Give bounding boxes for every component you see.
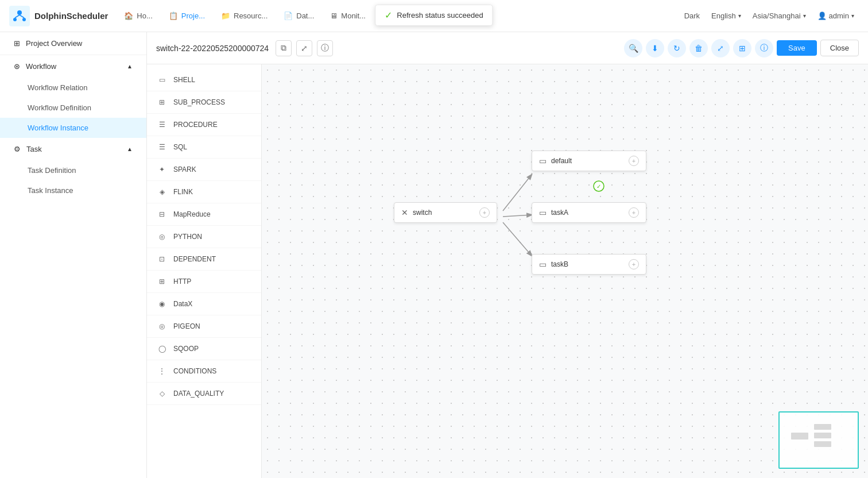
- taskb-node-label: taskB: [551, 260, 624, 268]
- procedure-icon: ☰: [156, 119, 168, 130]
- switch-node-icon: ✕: [401, 208, 408, 217]
- download-icon: ⬇: [652, 44, 658, 53]
- search-button[interactable]: 🔍: [624, 39, 642, 57]
- workflow-chevron-icon: ▲: [127, 63, 133, 70]
- svg-point-2: [13, 18, 17, 21]
- monitor-icon: 🖥: [330, 11, 338, 20]
- sidebar-item-project-overview[interactable]: ⊞ Project Overview: [0, 32, 146, 55]
- user-menu[interactable]: 👤 admin ▾: [813, 9, 859, 22]
- task-item-pigeon[interactable]: ◎ PIGEON: [147, 315, 261, 338]
- sidebar-item-workflow[interactable]: ⊛ Workflow ▲: [0, 55, 146, 78]
- node-default[interactable]: ▭ default +: [532, 151, 646, 171]
- content-area: switch-22-20220525200000724 ⧉ ⤢ ⓘ 🔍 ⬇ ↻ …: [147, 32, 868, 478]
- sidebar-item-workflow-definition[interactable]: Workflow Definition: [0, 98, 146, 118]
- task-item-procedure[interactable]: ☰ PROCEDURE: [147, 114, 261, 136]
- taska-node-icon: ▭: [539, 208, 547, 217]
- top-navigation: DolphinScheduler 🏠 Ho... 📋 Proje... 📁 Re…: [0, 0, 868, 32]
- node-switch[interactable]: ✕ switch +: [394, 202, 497, 223]
- status-toast: ✓ Refresh status succeeded: [375, 5, 493, 26]
- app-logo[interactable]: DolphinScheduler: [9, 6, 108, 26]
- home-icon: 🏠: [124, 11, 133, 20]
- taskb-add-button[interactable]: +: [629, 259, 639, 269]
- user-chevron-icon: ▾: [851, 13, 854, 19]
- resource-icon: 📁: [221, 11, 230, 20]
- python-icon: ◎: [156, 231, 168, 242]
- timezone-chevron-icon: ▾: [803, 13, 806, 19]
- taskb-node-icon: ▭: [539, 260, 547, 269]
- nav-resource[interactable]: 📁 Resourc...: [214, 8, 274, 24]
- mapreduce-icon: ⊟: [156, 209, 168, 220]
- data-quality-icon: ◇: [156, 388, 168, 399]
- overview-icon: ⊞: [14, 39, 20, 48]
- help-button[interactable]: ⓘ: [317, 40, 333, 56]
- task-item-http[interactable]: ⊞ HTTP: [147, 271, 261, 293]
- fullscreen-icon: ⤢: [717, 44, 724, 53]
- svg-point-8: [594, 181, 604, 191]
- dependent-icon: ⊡: [156, 253, 168, 265]
- task-item-data-quality[interactable]: ◇ DATA_QUALITY: [147, 383, 261, 405]
- task-item-conditions[interactable]: ⋮ CONDITIONS: [147, 360, 261, 383]
- task-item-dependent[interactable]: ⊡ DEPENDENT: [147, 248, 261, 271]
- workflow-toolbar: 🔍 ⬇ ↻ 🗑 ⤢ ⊞ ⓘ: [624, 39, 859, 57]
- task-item-sub-process[interactable]: ⊞ SUB_PROCESS: [147, 91, 261, 114]
- refresh-icon: ↻: [673, 44, 680, 53]
- default-add-button[interactable]: +: [629, 156, 639, 166]
- flink-icon: ◈: [156, 186, 168, 198]
- workflow-title: switch-22-20220525200000724: [156, 44, 269, 53]
- sidebar: ⊞ Project Overview ⊛ Workflow ▲ Workflow…: [0, 32, 147, 478]
- svg-rect-0: [9, 6, 30, 26]
- nav-project[interactable]: 📋 Proje...: [162, 8, 212, 24]
- task-item-sql[interactable]: ☰ SQL: [147, 136, 261, 159]
- task-item-sqoop[interactable]: ◯ SQOOP: [147, 338, 261, 360]
- delete-icon: 🗑: [695, 44, 703, 53]
- delete-button[interactable]: 🗑: [689, 39, 708, 57]
- switch-node-label: switch: [413, 209, 475, 217]
- sidebar-item-task-instance[interactable]: Task Instance: [0, 180, 146, 201]
- sidebar-item-task[interactable]: ⚙ Task ▲: [0, 138, 146, 160]
- close-button[interactable]: Close: [820, 40, 859, 56]
- download-button[interactable]: ⬇: [646, 39, 664, 57]
- refresh-button[interactable]: ↻: [668, 39, 686, 57]
- workflow-icon: ⊛: [14, 62, 20, 71]
- sql-icon: ☰: [156, 141, 168, 153]
- project-icon: 📋: [169, 11, 178, 20]
- shell-icon: ▭: [156, 74, 168, 86]
- theme-toggle[interactable]: Dark: [680, 9, 704, 22]
- task-item-spark[interactable]: ✦ SPARK: [147, 159, 261, 181]
- export-button[interactable]: ⤢: [296, 40, 312, 56]
- nav-data[interactable]: 📄 Dat...: [277, 8, 321, 24]
- task-item-datax[interactable]: ◉ DataX: [147, 293, 261, 315]
- spark-icon: ✦: [156, 164, 168, 175]
- language-selector[interactable]: English ▾: [707, 9, 746, 22]
- data-icon: 📄: [284, 11, 293, 20]
- sidebar-item-workflow-relation[interactable]: Workflow Relation: [0, 78, 146, 98]
- sidebar-item-workflow-instance[interactable]: Workflow Instance: [0, 118, 146, 138]
- node-taska[interactable]: ▭ taskA +: [532, 202, 646, 223]
- taska-add-button[interactable]: +: [629, 207, 639, 218]
- info-button[interactable]: ⓘ: [755, 39, 773, 57]
- search-icon: 🔍: [629, 44, 638, 53]
- minimap: [778, 411, 859, 469]
- task-item-flink[interactable]: ◈ FLINK: [147, 181, 261, 203]
- svg-point-1: [17, 10, 22, 15]
- language-chevron-icon: ▾: [738, 13, 741, 19]
- nav-monitor[interactable]: 🖥 Monit...: [323, 8, 373, 24]
- workflow-canvas[interactable]: ✓ ✓ ✕ switch + ▭ default +: [262, 64, 868, 478]
- nav-right-controls: Dark English ▾ Asia/Shanghai ▾ 👤 admin ▾: [680, 9, 859, 22]
- sidebar-item-task-definition[interactable]: Task Definition: [0, 160, 146, 180]
- info-icon: ⓘ: [760, 43, 768, 53]
- fullscreen-button[interactable]: ⤢: [711, 39, 730, 57]
- task-item-shell[interactable]: ▭ SHELL: [147, 69, 261, 91]
- nav-home[interactable]: 🏠 Ho...: [117, 8, 159, 24]
- save-button[interactable]: Save: [777, 40, 817, 56]
- switch-add-button[interactable]: +: [479, 207, 490, 218]
- task-icon: ⚙: [14, 145, 21, 153]
- format-icon: ⊞: [739, 44, 746, 53]
- node-taskb[interactable]: ▭ taskB +: [532, 254, 646, 275]
- task-item-python[interactable]: ◎ PYTHON: [147, 226, 261, 248]
- timezone-selector[interactable]: Asia/Shanghai ▾: [748, 9, 811, 22]
- format-button[interactable]: ⊞: [733, 39, 751, 57]
- copy-button[interactable]: ⧉: [276, 40, 292, 56]
- http-icon: ⊞: [156, 276, 168, 287]
- task-item-mapreduce[interactable]: ⊟ MapReduce: [147, 203, 261, 226]
